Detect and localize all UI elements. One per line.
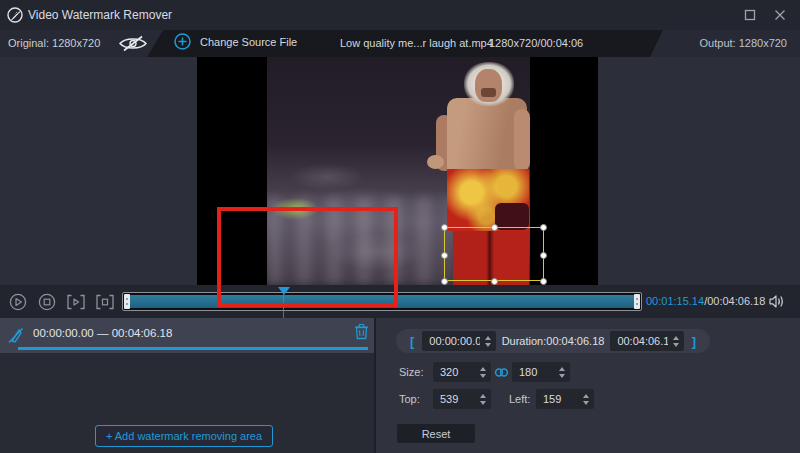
resize-handle-ne[interactable] (540, 224, 547, 231)
total-time: /00:04:06.18 (704, 295, 765, 307)
start-time-stepper[interactable] (480, 336, 496, 347)
speaker-icon[interactable] (768, 294, 785, 309)
play-button[interactable] (8, 292, 28, 312)
resize-handle-se[interactable] (540, 278, 547, 285)
resize-handle-w[interactable] (441, 252, 448, 259)
area-properties-panel: [ Duration:00:04:06.18 ] Size: (374, 318, 800, 453)
end-time-stepper[interactable] (668, 336, 684, 347)
width-field[interactable] (433, 362, 491, 382)
duration-label: Duration:00:04:06.18 (502, 335, 605, 347)
reset-button[interactable]: Reset (397, 424, 475, 443)
eye-off-icon[interactable] (118, 34, 148, 53)
current-time: 00:01:15.14 (646, 295, 704, 307)
change-source-label: Change Source File (200, 36, 297, 48)
top-input[interactable] (433, 393, 475, 405)
video-frame (197, 57, 598, 285)
segment-time-range: 00:00:00.00 — 00:04:06.18 (33, 327, 172, 339)
left-stepper[interactable] (578, 394, 594, 405)
height-input[interactable] (512, 366, 554, 378)
start-time-input[interactable] (422, 335, 479, 347)
app-window: Video Watermark Remover Original: 1280x7… (0, 0, 800, 453)
titlebar: Video Watermark Remover (0, 0, 800, 30)
app-logo-icon (7, 7, 23, 23)
toolbar: Original: 1280x720 Change Source File Lo… (0, 30, 800, 57)
maximize-button[interactable] (740, 7, 760, 23)
top-field[interactable] (433, 389, 491, 409)
start-time-field[interactable] (422, 331, 495, 351)
stop-button[interactable] (37, 292, 57, 312)
watermark-list-panel: 00:00:00.00 — 00:04:06.18 + Add watermar… (0, 318, 374, 453)
end-time-input[interactable] (610, 335, 667, 347)
trim-handle-right[interactable] (634, 294, 640, 309)
timeline-slider[interactable] (122, 292, 642, 311)
width-input[interactable] (433, 366, 475, 378)
window-title: Video Watermark Remover (28, 8, 172, 22)
end-time-field[interactable] (610, 331, 683, 351)
set-end-bracket[interactable]: ] (690, 334, 698, 349)
resize-handle-sw[interactable] (441, 278, 448, 285)
trash-icon[interactable] (354, 323, 369, 340)
loaded-filename: Low quality me...r laugh at.mp4 (340, 37, 493, 49)
stop-segment-button[interactable] (95, 292, 115, 312)
resize-handle-s[interactable] (491, 278, 498, 285)
width-stepper[interactable] (475, 367, 491, 378)
plus-circle-icon (174, 33, 191, 50)
watermark-selection-box[interactable] (444, 227, 544, 281)
segment-time-group: [ Duration:00:04:06.18 ] (396, 329, 710, 353)
playhead-marker[interactable] (278, 287, 290, 295)
segment-selected-underline (18, 347, 368, 350)
top-stepper[interactable] (475, 394, 491, 405)
size-label: Size: (399, 366, 433, 378)
watermark-segment-row[interactable]: 00:00:00.00 — 00:04:06.18 (0, 318, 374, 353)
video-preview-area (0, 57, 800, 285)
play-segment-button[interactable] (66, 292, 86, 312)
height-stepper[interactable] (554, 367, 570, 378)
timeline-fill (130, 295, 634, 308)
original-resolution-label: Original: 1280x720 (8, 37, 100, 49)
watermark-blur-region (267, 197, 452, 285)
top-label: Top: (399, 393, 433, 405)
left-label: Left: (509, 393, 536, 405)
resize-handle-n[interactable] (491, 224, 498, 231)
file-resolution-duration: 1280x720/00:04:06 (489, 37, 583, 49)
brush-slash-icon (6, 325, 26, 345)
close-button[interactable] (770, 7, 790, 23)
left-field[interactable] (536, 389, 594, 409)
trim-handle-left[interactable] (124, 294, 130, 309)
change-source-file-button[interactable]: Change Source File (174, 33, 297, 50)
timecode-display: 00:01:15.14/00:04:06.18 (646, 295, 765, 307)
resize-handle-nw[interactable] (441, 224, 448, 231)
height-field[interactable] (512, 362, 570, 382)
timeline-row: 00:01:15.14/00:04:06.18 (0, 285, 800, 318)
chain-link-icon[interactable] (494, 367, 509, 378)
playhead-line (283, 293, 284, 318)
resize-handle-e[interactable] (540, 252, 547, 259)
output-resolution-label: Output: 1280x720 (700, 37, 787, 49)
left-input[interactable] (536, 393, 578, 405)
add-watermark-area-button[interactable]: + Add watermark removing area (95, 425, 273, 447)
set-start-bracket[interactable]: [ (408, 334, 416, 349)
